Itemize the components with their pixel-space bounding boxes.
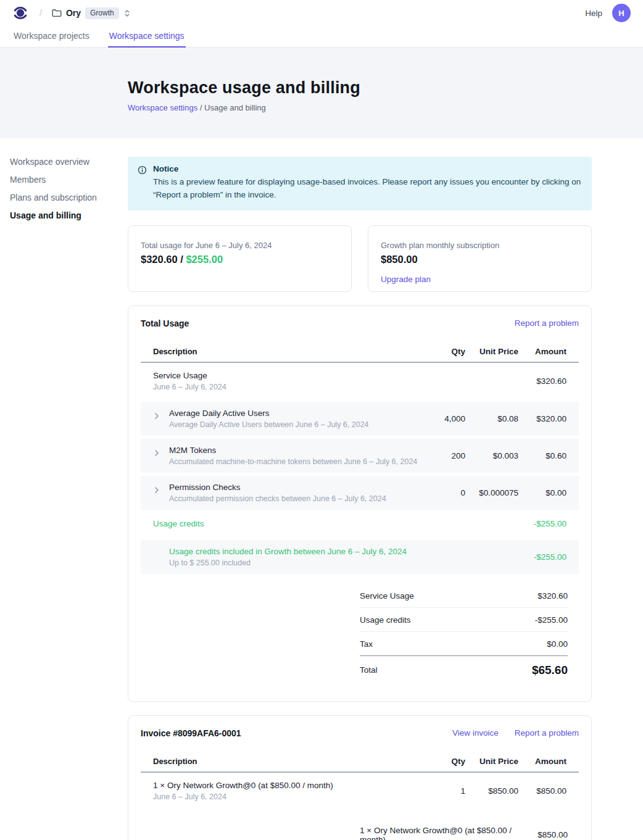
breadcrumb-current: / Usage and billing [197,103,266,112]
totals-row-service-usage: Service Usage $320.60 [360,584,568,608]
sidebar-item-usage-billing[interactable]: Usage and billing [10,210,122,228]
table-row-m2m-tokens[interactable]: M2M Tokens Accumulated machine-to-machin… [141,439,579,473]
totals-row-total: Total $65.60 [360,656,568,684]
tab-workspace-settings[interactable]: Workspace settings [108,26,186,48]
invoice-title: Invoice #8099AFA6-0001 [141,728,241,738]
col-qty: Qty [422,347,465,356]
invoice-totals: 1 × Ory Network Growth@0 (at $850.00 / m… [360,818,568,840]
usage-credit-value: $255.00 [186,254,223,265]
col-description: Description [153,757,422,766]
chevron-right-icon[interactable] [154,449,159,457]
table-row-usage-credits-detail: Usage credits included in Growth between… [141,540,579,574]
table-row-daily-active-users[interactable]: Average Daily Active Users Average Daily… [141,402,579,436]
usage-invoice-card: Total Usage Report a problem Description… [128,306,592,702]
workspace-name: Ory [66,8,81,18]
upgrade-plan-link[interactable]: Upgrade plan [381,275,431,284]
chevron-updown-icon[interactable] [123,9,131,18]
sidebar-item-workspace-overview[interactable]: Workspace overview [10,157,122,174]
subscription-card: Growth plan monthly subscription $850.00… [368,225,592,292]
settings-sidebar: Workspace overview Members Plans and sub… [0,138,128,247]
total-usage-value: $320.60 / $255.00 [141,254,339,265]
col-amount: Amount [518,347,566,356]
total-usage-label: Total usage for June 6 – July 6, 2024 [141,241,339,250]
subscription-label: Growth plan monthly subscription [381,241,579,250]
col-description: Description [153,347,422,356]
breadcrumb: Workspace settings / Usage and billing [128,103,631,112]
col-unit-price: Unit Price [465,347,518,356]
help-link[interactable]: Help [585,9,602,18]
info-icon [138,165,147,175]
preview-notice: Notice This is a preview feature for dis… [128,157,592,210]
breadcrumb-separator: / [39,8,42,18]
sidebar-item-plans-subscription[interactable]: Plans and subscription [10,193,122,210]
totals-row-tax: Tax $0.00 [360,632,568,656]
table-row-permission-checks[interactable]: Permission Checks Accumulated permission… [141,476,579,510]
report-problem-link[interactable]: Report a problem [515,318,579,328]
table-row-usage-credits: Usage credits -$255.00 [141,510,579,537]
table-row-growth-subscription: 1 × Ory Network Growth@0 (at $850.00 / m… [141,773,579,809]
total-usage-card: Total usage for June 6 – July 6, 2024 $3… [128,225,352,292]
totals-row-subscription: 1 × Ory Network Growth@0 (at $850.00 / m… [360,818,568,840]
subscription-value: $850.00 [381,254,579,265]
usage-totals: Service Usage $320.60 Usage credits -$25… [360,584,568,684]
main-content: Notice This is a preview feature for dis… [128,138,592,840]
table-row-service-usage: Service Usage June 6 – July 6, 2024 $320… [141,363,579,399]
workspace-tabbar: Workspace projects Workspace settings [0,26,643,48]
report-problem-link[interactable]: Report a problem [515,728,579,738]
invoice-table: Description Qty Unit Price Amount 1 × Or… [141,751,579,809]
chevron-right-icon[interactable] [154,486,159,494]
usage-table-title: Total Usage [141,318,189,328]
notice-body: This is a preview feature for displaying… [153,176,582,202]
workspace-switcher[interactable]: Ory Growth [52,7,131,19]
chevron-right-icon[interactable] [154,412,159,420]
page-title: Workspace usage and billing [128,78,631,98]
invoice-table-header: Description Qty Unit Price Amount [141,751,579,773]
breadcrumb-workspace-settings-link[interactable]: Workspace settings [128,103,197,112]
usage-table-header: Description Qty Unit Price Amount [141,341,579,363]
ory-logo-icon[interactable] [12,5,28,21]
plan-badge: Growth [85,7,119,19]
folder-icon [52,9,62,17]
col-amount: Amount [518,757,566,766]
tab-workspace-projects[interactable]: Workspace projects [12,26,91,48]
sidebar-item-members[interactable]: Members [10,175,122,192]
invoice-card: Invoice #8099AFA6-0001 View invoice Repo… [128,715,592,840]
page-header: Workspace usage and billing Workspace se… [0,48,643,138]
notice-title: Notice [153,164,582,173]
usage-table: Description Qty Unit Price Amount Servic… [141,341,579,574]
col-qty: Qty [422,757,465,766]
totals-row-usage-credits: Usage credits -$255.00 [360,608,568,632]
user-avatar[interactable]: H [612,4,631,22]
col-unit-price: Unit Price [465,757,518,766]
view-invoice-link[interactable]: View invoice [452,728,499,738]
top-bar: / Ory Growth Help H [0,0,643,26]
